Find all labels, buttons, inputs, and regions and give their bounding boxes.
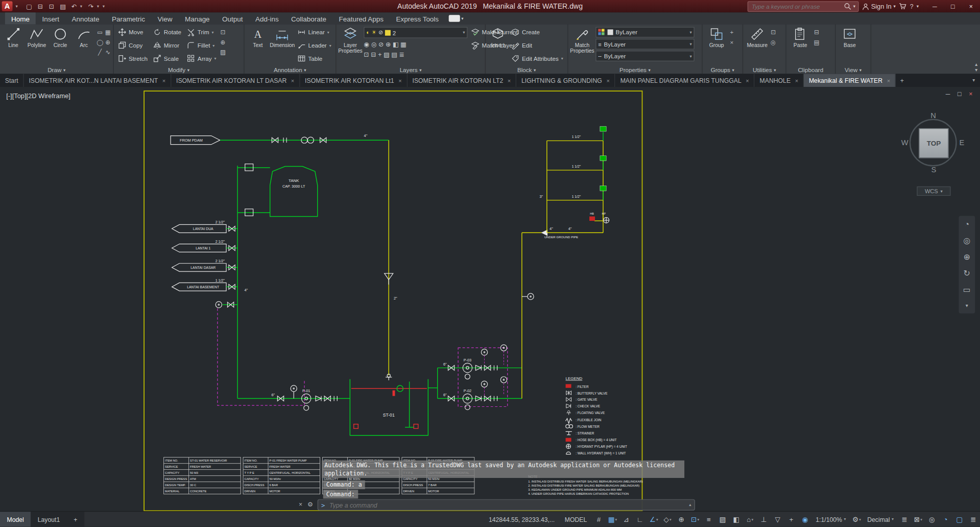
insert-button[interactable]: Insert [488,26,508,48]
drawing-frame[interactable] [144,91,642,511]
cart-icon[interactable] [899,1,907,11]
fillet-button[interactable]: Fillet▾ [185,39,218,52]
tab-annotate[interactable]: Annotate [65,12,105,24]
circle-button[interactable]: Circle [50,26,71,48]
close-tab-icon[interactable]: × [508,77,511,83]
navbar-caret-icon[interactable]: ▾ [959,297,975,313]
rooftop-tank[interactable]: TANK CAP. 3000 LT [237,164,318,217]
tab-view[interactable]: View [151,12,178,24]
infer-constraints-icon[interactable]: ⊿ [619,513,633,525]
viewcube-west[interactable]: W [901,138,909,147]
measure-button[interactable]: Measure [746,26,769,48]
navbar-more-icon[interactable]: ▭ [959,281,975,297]
zoom-icon[interactable]: ⊕ [959,248,975,265]
new-layout-button[interactable]: + [67,512,84,526]
layer-color-swatch[interactable] [385,30,391,35]
help-caret-icon[interactable]: ▾ [917,4,919,9]
isometric-drafting-icon[interactable]: ◇▾ [661,513,675,525]
panel-label-groups[interactable]: Groups▾ [703,66,743,74]
ortho-icon[interactable]: ∟ [633,513,647,525]
table-button[interactable]: Table [296,52,333,65]
panel-label-clipboard[interactable]: Clipboard [786,66,835,74]
save-icon[interactable]: ⊡ [46,1,57,11]
panel-label-layers[interactable]: Layers▾ [336,66,485,74]
linetype-dropdown[interactable]: ╌ ByLayer ▾ [595,51,694,61]
command-expand-icon[interactable]: ▴ [689,502,691,508]
gizmo-icon[interactable]: + [784,513,798,525]
tab-addins[interactable]: Add-ins [249,12,285,24]
create-button[interactable]: Create [510,26,565,39]
floor-branch-lantai-1[interactable]: LANTAI 1 2 1/2" [172,240,238,252]
3d-object-snap-icon[interactable]: ⌂▾ [743,513,757,525]
model-space-canvas[interactable]: FROM PDAM 4" 2" TANK CAP. 3000 LT [0,87,980,512]
model-tab[interactable]: Model [0,512,31,526]
reservoir-st01[interactable]: ST-01 [350,379,428,436]
tab-parametric[interactable]: Parametric [106,12,152,24]
redo-caret-icon[interactable]: ▾ [97,4,102,9]
viewcube[interactable]: N W E S TOP [903,112,963,172]
pump-p01-assembly[interactable]: 6" P-01 [237,385,350,410]
layer-dropdown-caret-icon[interactable]: ▾ [463,30,465,35]
pan-icon[interactable]: ◎ [959,232,975,248]
layout1-tab[interactable]: Layout1 [31,512,66,526]
close-button[interactable]: × [962,0,980,12]
panel-label-draw[interactable]: Draw▾ [0,66,113,74]
layer-on-icon[interactable]: ◐ [366,30,370,36]
mirror-button[interactable]: Mirror [151,39,183,52]
search-caret-icon[interactable]: ▾ [853,4,855,9]
new-file-icon[interactable]: ▢ [24,1,35,11]
lineweight-icon[interactable]: ≡ [702,513,715,525]
quick-properties-icon[interactable]: ≣ [897,513,911,525]
app-menu-caret-icon[interactable]: ▾ [16,4,21,9]
viewcube-south[interactable]: S [931,165,937,174]
match-properties-button[interactable]: Match Properties [570,26,593,54]
layer-thaw-icon[interactable]: ☀ [372,30,377,36]
search-box[interactable]: ▾ [747,1,858,12]
tab-manage[interactable]: Manage [179,12,216,24]
floor-branch-lantai-dasar[interactable]: LANTAI DASAR 2 1/2" [172,259,238,271]
trim-button[interactable]: Trim▾ [185,26,218,39]
orbit-icon[interactable]: ↻ [959,265,975,281]
autocad-logo-icon[interactable]: A [2,1,13,11]
hydrant-distribution[interactable]: 4" 4" UNDER GROUND PIPE 1 1/2" 1 1/2" 1 … [522,126,609,239]
undo-caret-icon[interactable]: ▾ [80,4,85,9]
transparency-icon[interactable]: ▨ [715,513,729,525]
panel-label-annotation[interactable]: Annotation▾ [245,66,336,74]
command-input[interactable] [328,501,686,509]
modify-extra-tools[interactable]: ⊡⊕▨ [220,26,226,56]
customization-icon[interactable]: ≣ [966,513,980,525]
close-tab-icon[interactable]: × [291,77,294,83]
line-button[interactable]: Line [3,26,24,48]
undo-icon[interactable]: ↶ [69,1,80,11]
viewport-controls[interactable]: [-][Top][2D Wireframe] [6,92,70,100]
file-tab[interactable]: LIGHTNING & GROUNDING× [516,74,615,87]
close-tab-icon[interactable]: × [606,77,609,83]
doc-restore-icon[interactable]: □ [958,90,961,97]
file-tab[interactable]: MANHOLE× [755,74,804,87]
cad-drawing[interactable]: FROM PDAM 4" 2" TANK CAP. 3000 LT [0,87,980,512]
object-snap-icon[interactable]: ⊡▾ [688,513,702,525]
file-tab[interactable]: ISOMETRIK AIR KOTORAN LT DASAR× [171,74,300,87]
ribbon-display-toggle[interactable]: ▾ [449,12,464,24]
tab-collaborate[interactable]: Collaborate [285,12,332,24]
command-bar[interactable]: > ▴ [318,499,695,511]
file-tab-start[interactable]: Start [0,74,24,87]
group-button[interactable]: Group [705,26,728,48]
viewcube-east[interactable]: E [960,138,965,147]
polyline-button[interactable]: Polyline [26,26,47,48]
tab-overflow-caret-icon[interactable]: ▾ [972,74,980,87]
edit-attributes-button[interactable]: Edit Attributes▾ [510,52,565,65]
clean-screen-icon[interactable]: ▢ [952,513,966,525]
graphics-performance-icon[interactable]: ◔ [939,513,952,525]
panel-label-modify[interactable]: Modify▾ [114,66,244,74]
help-icon[interactable]: ? [910,1,914,11]
doc-close-icon[interactable]: × [969,90,972,97]
linear-button[interactable]: Linear▾ [296,26,333,39]
groups-extra-tools[interactable]: +× [730,26,733,46]
selection-cycling-icon[interactable]: ◧ [729,513,743,525]
annotation-visibility-icon[interactable]: ◉ [798,513,812,525]
dimension-button[interactable]: Dimension [271,26,294,48]
close-tab-icon[interactable]: × [887,77,890,83]
file-tab[interactable]: ISOMETRIK AIR KOTORAN Lt1× [300,74,407,87]
base-button[interactable]: Base [838,26,861,48]
